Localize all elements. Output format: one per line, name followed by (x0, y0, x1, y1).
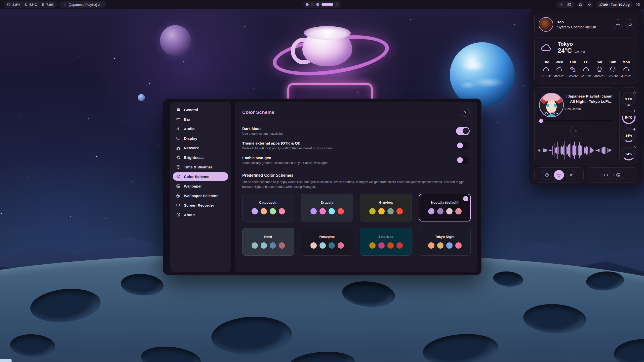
star (53, 93, 53, 94)
network-icon (176, 146, 181, 150)
recorder-icon (176, 203, 181, 207)
system-tray (556, 1, 575, 8)
star (71, 19, 71, 19)
day-label: Tue (543, 60, 549, 64)
viz-bar (565, 141, 565, 160)
power-button[interactable] (625, 19, 635, 29)
sidebar-item-general[interactable]: General (173, 105, 228, 114)
sidebar-item-network[interactable]: Network (173, 144, 228, 152)
sidebar-item-bar[interactable]: Bar (173, 115, 228, 123)
gauge-icon (7, 3, 11, 7)
viz-bar (555, 148, 556, 153)
scheme-color-dot (455, 242, 462, 249)
star (245, 26, 245, 27)
scheme-card-nord[interactable]: Nord (242, 228, 294, 256)
album-art: TOKYO L (539, 93, 564, 117)
media-pill[interactable]: [Japanese Playlist] J... (59, 1, 106, 8)
day-temps: 36°/26° (594, 74, 605, 78)
scheme-color-dot (338, 242, 344, 249)
star (18, 92, 18, 92)
scheme-card-noctalia-default[interactable]: Noctalia (default)✓ (419, 194, 471, 221)
sidebar-item-about[interactable]: About (173, 210, 228, 219)
scheme-card-rosepine[interactable]: Rosepine (301, 228, 353, 256)
scheme-color-dot (387, 242, 394, 249)
scheme-card-tokyo-night[interactable]: Tokyo Night (419, 228, 471, 256)
profile-power-saver-button[interactable] (566, 170, 576, 180)
clock[interactable]: 17:09 - Tue, 19 Aug (596, 1, 633, 8)
sidebar-item-color-scheme[interactable]: Color Scheme (173, 172, 228, 181)
viz-bar (544, 149, 545, 152)
scales-icon (557, 173, 561, 177)
star (10, 54, 11, 54)
sidebar-item-screen-recorder[interactable]: Screen Recorder (173, 201, 228, 209)
star (114, 58, 115, 59)
photo-tray-icon[interactable] (567, 3, 571, 7)
viz-bar (541, 149, 541, 152)
speaker-icon (588, 3, 592, 7)
workspace-2-empty[interactable] (311, 3, 314, 6)
toggle-dark-mode[interactable] (456, 127, 470, 135)
info-icon (176, 212, 181, 217)
sidebar-item-audio[interactable]: Audio (173, 124, 228, 133)
scheme-card-catppuccin[interactable]: Catppuccin (242, 194, 294, 221)
workspace-5-empty[interactable] (335, 3, 338, 6)
workspace-4-active[interactable] (321, 3, 333, 6)
wallpaper-button[interactable] (613, 170, 623, 180)
workspace-1-occupied[interactable] (306, 3, 309, 6)
sidebar-item-wallpaper[interactable]: Wallpaper (173, 182, 228, 190)
profile-performance-button[interactable] (542, 170, 552, 180)
star (245, 50, 246, 50)
viz-bar (573, 145, 574, 156)
sidebar-item-label: Wallpaper (184, 184, 202, 188)
media-progress-bar[interactable] (539, 120, 614, 121)
settings-button[interactable] (613, 19, 623, 29)
apps-grid-icon[interactable] (636, 2, 640, 7)
viz-bar (583, 147, 583, 154)
system-stats-pill: 3.8% 53°C 7.8G (4, 1, 57, 8)
viz-bar (556, 147, 557, 154)
thermo-icon (632, 109, 637, 114)
gauge-value: 14% (621, 134, 637, 138)
day-temps: 33°/26° (621, 74, 631, 78)
toggle-knob (457, 157, 463, 163)
sidebar-item-display[interactable]: Display (173, 134, 228, 143)
star (253, 88, 254, 88)
star (97, 180, 97, 180)
scheme-card-solarized[interactable]: Solarized (360, 228, 412, 256)
star (88, 118, 89, 119)
notifications-button[interactable] (577, 1, 584, 8)
gauge-icon (545, 173, 549, 177)
workspace-3-occupied[interactable] (316, 3, 319, 6)
sidebar-item-wallpaper-selector[interactable]: Wallpaper Selector (173, 191, 228, 200)
viz-bar (593, 150, 594, 151)
media-title: [Japanese Playlist] Japan All Night - To… (564, 94, 615, 104)
progress-knob[interactable] (539, 119, 543, 123)
scheme-color-dot (396, 208, 403, 214)
volume-button[interactable] (586, 1, 593, 8)
star (219, 86, 219, 87)
viz-bar (606, 147, 606, 154)
screen-recorder-button[interactable] (601, 170, 611, 180)
toggle-theme-external-apps-gtk-qt[interactable] (456, 142, 470, 150)
viz-bar (598, 149, 599, 152)
sidebar-item-time-weather[interactable]: Time & Weather (173, 163, 228, 171)
viz-bar (607, 148, 608, 153)
sidebar-item-brightness[interactable]: Brightness (173, 153, 228, 162)
pause-button[interactable] (570, 125, 582, 137)
close-button[interactable]: × (461, 108, 470, 117)
star (1, 213, 2, 214)
toggle-enable-matugen[interactable] (456, 156, 470, 164)
viz-bar (599, 149, 600, 152)
star (445, 21, 445, 21)
tray-app-icon[interactable] (559, 3, 563, 7)
star (96, 156, 97, 157)
scheme-card-dracula[interactable]: Dracula (301, 194, 353, 221)
star (610, 212, 611, 212)
day-label: Fri (584, 60, 589, 64)
setting-title: Enable Matugen (242, 156, 329, 160)
scheme-color-dot (270, 208, 276, 214)
profile-balanced-button[interactable] (554, 170, 564, 180)
scheme-color-dot (252, 208, 258, 214)
viz-bar (569, 144, 570, 157)
scheme-card-gruvbox[interactable]: Gruvbox (360, 194, 412, 221)
